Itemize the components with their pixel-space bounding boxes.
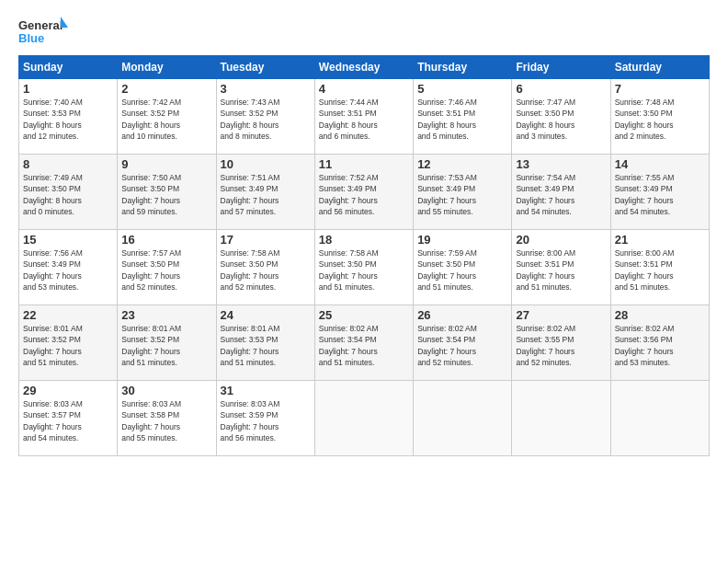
calendar-header: SundayMondayTuesdayWednesdayThursdayFrid…: [19, 56, 710, 79]
weekday-header-sunday: Sunday: [19, 56, 118, 79]
day-number: 4: [319, 82, 409, 96]
day-info: Sunrise: 7:56 AM Sunset: 3:49 PM Dayligh…: [23, 247, 113, 293]
svg-text:Blue: Blue: [18, 31, 44, 45]
day-info: Sunrise: 7:58 AM Sunset: 3:50 PM Dayligh…: [221, 247, 311, 293]
day-info: Sunrise: 7:58 AM Sunset: 3:50 PM Dayligh…: [319, 247, 409, 293]
page: GeneralBlue SundayMondayTuesdayWednesday…: [0, 0, 728, 563]
day-number: 12: [417, 157, 507, 171]
day-info: Sunrise: 7:49 AM Sunset: 3:50 PM Dayligh…: [23, 172, 113, 217]
day-info: Sunrise: 8:03 AM Sunset: 3:57 PM Dayligh…: [23, 398, 113, 443]
calendar-cell: 23Sunrise: 8:01 AM Sunset: 3:52 PM Dayli…: [118, 305, 216, 381]
day-info: Sunrise: 8:00 AM Sunset: 3:51 PM Dayligh…: [516, 247, 606, 293]
day-info: Sunrise: 8:03 AM Sunset: 3:58 PM Dayligh…: [121, 398, 211, 443]
svg-marker-2: [61, 17, 68, 28]
day-number: 3: [221, 82, 311, 96]
calendar-cell: 2Sunrise: 7:42 AM Sunset: 3:52 PM Daylig…: [118, 79, 216, 155]
day-info: Sunrise: 8:01 AM Sunset: 3:53 PM Dayligh…: [221, 323, 311, 368]
day-number: 1: [23, 82, 113, 96]
weekday-header-wednesday: Wednesday: [314, 56, 413, 79]
calendar-cell: 19Sunrise: 7:59 AM Sunset: 3:50 PM Dayli…: [414, 230, 512, 305]
day-number: 29: [23, 384, 113, 397]
day-number: 17: [221, 233, 311, 247]
calendar-week-5: 29Sunrise: 8:03 AM Sunset: 3:57 PM Dayli…: [19, 381, 710, 456]
day-number: 11: [319, 157, 409, 171]
calendar-cell: [414, 381, 512, 456]
calendar-cell: 4Sunrise: 7:44 AM Sunset: 3:51 PM Daylig…: [314, 79, 413, 155]
day-number: 8: [23, 157, 113, 171]
calendar-cell: 8Sunrise: 7:49 AM Sunset: 3:50 PM Daylig…: [19, 155, 118, 230]
calendar-week-1: 1Sunrise: 7:40 AM Sunset: 3:53 PM Daylig…: [19, 79, 710, 155]
calendar-cell: [314, 381, 413, 456]
day-info: Sunrise: 8:02 AM Sunset: 3:56 PM Dayligh…: [615, 323, 705, 368]
day-number: 26: [417, 308, 507, 322]
calendar-cell: 26Sunrise: 8:02 AM Sunset: 3:54 PM Dayli…: [414, 305, 512, 381]
calendar-cell: 30Sunrise: 8:03 AM Sunset: 3:58 PM Dayli…: [118, 381, 216, 456]
day-info: Sunrise: 8:01 AM Sunset: 3:52 PM Dayligh…: [121, 323, 211, 368]
day-info: Sunrise: 8:03 AM Sunset: 3:59 PM Dayligh…: [221, 398, 311, 443]
header-row: SundayMondayTuesdayWednesdayThursdayFrid…: [19, 56, 710, 79]
calendar-cell: 10Sunrise: 7:51 AM Sunset: 3:49 PM Dayli…: [216, 155, 314, 230]
calendar-cell: 6Sunrise: 7:47 AM Sunset: 3:50 PM Daylig…: [512, 79, 610, 155]
calendar-cell: 25Sunrise: 8:02 AM Sunset: 3:54 PM Dayli…: [314, 305, 413, 381]
day-number: 10: [221, 157, 311, 171]
svg-text:General: General: [18, 18, 63, 32]
calendar-cell: 5Sunrise: 7:46 AM Sunset: 3:51 PM Daylig…: [414, 79, 512, 155]
calendar-cell: 20Sunrise: 8:00 AM Sunset: 3:51 PM Dayli…: [512, 230, 610, 305]
weekday-header-monday: Monday: [118, 56, 216, 79]
calendar-cell: 14Sunrise: 7:55 AM Sunset: 3:49 PM Dayli…: [610, 155, 709, 230]
day-number: 23: [121, 308, 211, 322]
calendar-cell: 16Sunrise: 7:57 AM Sunset: 3:50 PM Dayli…: [118, 230, 216, 305]
day-info: Sunrise: 7:50 AM Sunset: 3:50 PM Dayligh…: [121, 172, 211, 217]
calendar-cell: 12Sunrise: 7:53 AM Sunset: 3:49 PM Dayli…: [414, 155, 512, 230]
day-number: 5: [417, 82, 507, 96]
day-info: Sunrise: 8:00 AM Sunset: 3:51 PM Dayligh…: [615, 247, 705, 293]
calendar-cell: 29Sunrise: 8:03 AM Sunset: 3:57 PM Dayli…: [19, 381, 118, 456]
calendar-week-4: 22Sunrise: 8:01 AM Sunset: 3:52 PM Dayli…: [19, 305, 710, 381]
calendar-cell: 27Sunrise: 8:02 AM Sunset: 3:55 PM Dayli…: [512, 305, 610, 381]
calendar-cell: 31Sunrise: 8:03 AM Sunset: 3:59 PM Dayli…: [216, 381, 314, 456]
calendar-cell: 21Sunrise: 8:00 AM Sunset: 3:51 PM Dayli…: [610, 230, 709, 305]
calendar-cell: 3Sunrise: 7:43 AM Sunset: 3:52 PM Daylig…: [216, 79, 314, 155]
day-number: 13: [516, 157, 606, 171]
calendar-cell: 7Sunrise: 7:48 AM Sunset: 3:50 PM Daylig…: [610, 79, 709, 155]
day-info: Sunrise: 7:53 AM Sunset: 3:49 PM Dayligh…: [417, 172, 507, 217]
day-number: 19: [417, 233, 507, 247]
day-number: 9: [121, 157, 211, 171]
calendar-cell: 24Sunrise: 8:01 AM Sunset: 3:53 PM Dayli…: [216, 305, 314, 381]
day-number: 31: [221, 384, 311, 397]
day-info: Sunrise: 7:52 AM Sunset: 3:49 PM Dayligh…: [319, 172, 409, 217]
calendar-table: SundayMondayTuesdayWednesdayThursdayFrid…: [18, 55, 710, 456]
day-info: Sunrise: 7:59 AM Sunset: 3:50 PM Dayligh…: [417, 247, 507, 293]
day-number: 24: [221, 308, 311, 322]
day-info: Sunrise: 7:43 AM Sunset: 3:52 PM Dayligh…: [221, 97, 311, 142]
day-info: Sunrise: 7:54 AM Sunset: 3:49 PM Dayligh…: [516, 172, 606, 217]
calendar-cell: 9Sunrise: 7:50 AM Sunset: 3:50 PM Daylig…: [118, 155, 216, 230]
calendar-cell: [512, 381, 610, 456]
day-info: Sunrise: 7:55 AM Sunset: 3:49 PM Dayligh…: [615, 172, 705, 217]
header: GeneralBlue: [18, 17, 710, 46]
day-number: 28: [615, 308, 705, 322]
calendar-cell: 11Sunrise: 7:52 AM Sunset: 3:49 PM Dayli…: [314, 155, 413, 230]
logo: GeneralBlue: [18, 17, 74, 46]
weekday-header-saturday: Saturday: [610, 56, 709, 79]
day-number: 2: [121, 82, 211, 96]
day-number: 7: [615, 82, 705, 96]
day-info: Sunrise: 7:48 AM Sunset: 3:50 PM Dayligh…: [615, 97, 705, 142]
day-info: Sunrise: 8:01 AM Sunset: 3:52 PM Dayligh…: [23, 323, 113, 368]
calendar-cell: [610, 381, 709, 456]
day-number: 6: [516, 82, 606, 96]
day-info: Sunrise: 7:47 AM Sunset: 3:50 PM Dayligh…: [516, 97, 606, 142]
day-number: 21: [615, 233, 705, 247]
day-info: Sunrise: 7:44 AM Sunset: 3:51 PM Dayligh…: [319, 97, 409, 142]
calendar-week-3: 15Sunrise: 7:56 AM Sunset: 3:49 PM Dayli…: [19, 230, 710, 305]
calendar-cell: 15Sunrise: 7:56 AM Sunset: 3:49 PM Dayli…: [19, 230, 118, 305]
day-info: Sunrise: 8:02 AM Sunset: 3:54 PM Dayligh…: [417, 323, 507, 368]
logo-svg: GeneralBlue: [18, 17, 74, 46]
day-number: 30: [121, 384, 211, 397]
weekday-header-thursday: Thursday: [414, 56, 512, 79]
day-number: 14: [615, 157, 705, 171]
day-info: Sunrise: 7:51 AM Sunset: 3:49 PM Dayligh…: [221, 172, 311, 217]
day-number: 20: [516, 233, 606, 247]
day-info: Sunrise: 7:46 AM Sunset: 3:51 PM Dayligh…: [417, 97, 507, 142]
calendar-cell: 18Sunrise: 7:58 AM Sunset: 3:50 PM Dayli…: [314, 230, 413, 305]
